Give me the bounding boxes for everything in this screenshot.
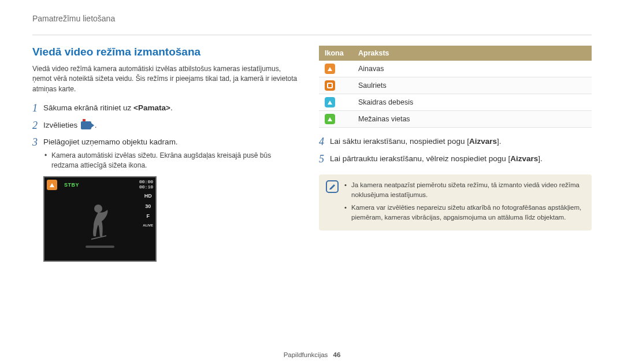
- forest-icon: [325, 114, 335, 124]
- table-row: Saulriets: [319, 77, 592, 94]
- landscape-icon: [47, 180, 57, 190]
- step-item: 4 Lai sāktu ierakstīšanu, nospiediet pog…: [319, 136, 592, 148]
- step-sub-list: Kamera automātiski izvēlas sižetu. Ekrān…: [43, 151, 298, 171]
- icon-label: Saulriets: [352, 77, 592, 94]
- step-number: 4: [319, 136, 324, 148]
- note-item: Ja kamera neatpazīst piemērotu sižeta re…: [344, 180, 585, 200]
- camera-screenshot: STBY 00:00 00:10 HD 30 F ALIVE: [43, 176, 157, 262]
- icon-label: Skaidras debesis: [352, 94, 592, 111]
- right-column: Ikona Apraksts Ainavas Saulriets: [319, 46, 592, 266]
- col-icon: Ikona: [319, 46, 352, 61]
- bold-fragment: Aizvars: [469, 137, 497, 146]
- step-text: Lai pārtrauktu ierakstīšanu, vēlreiz nos…: [330, 153, 543, 165]
- step-item: 1 Sākuma ekrānā ritiniet uz <Pamata>.: [32, 102, 298, 115]
- step-sub-item: Kamera automātiski izvēlas sižetu. Ekrān…: [43, 151, 298, 171]
- bold-fragment: <Pamata>: [133, 103, 170, 112]
- footer-section: Papildfunkcijas: [284, 351, 328, 358]
- clear-sky-icon: [325, 97, 335, 107]
- divider: [32, 35, 592, 35]
- step-number: 2: [32, 120, 38, 132]
- step-item: 2 Izvēlieties .: [32, 120, 298, 132]
- steps-list-right: 4 Lai sāktu ierakstīšanu, nospiediet pog…: [319, 136, 592, 165]
- svg-rect-1: [86, 246, 114, 248]
- screenshot-topbar: STBY: [47, 180, 79, 190]
- landscape-icon: [325, 64, 335, 74]
- intro-paragraph: Viedā video režīmā kamera automātiski iz…: [32, 64, 298, 94]
- page-footer: Papildfunkcijas 46: [0, 351, 624, 358]
- table-header-row: Ikona Apraksts: [319, 46, 592, 61]
- recording-time: 00:00 00:10: [139, 180, 153, 190]
- step-item: 5 Lai pārtrauktu ierakstīšanu, vēlreiz n…: [319, 153, 592, 166]
- col-description: Apraksts: [352, 46, 592, 61]
- bold-fragment: Aizvars: [510, 154, 538, 163]
- step-number: 3: [32, 136, 38, 149]
- figure-skater-silhouette: [80, 200, 120, 252]
- alive-icon: ALIVE: [143, 223, 153, 228]
- note-list: Ja kamera neatpazīst piemērotu sižeta re…: [344, 180, 585, 225]
- fps-icon: 30: [145, 203, 151, 211]
- step-text: Sākuma ekrānā ritiniet uz <Pamata>.: [43, 102, 173, 114]
- sunset-icon: [325, 80, 335, 91]
- svg-point-0: [94, 205, 102, 213]
- left-column: Viedā video režīma izmantošana Viedā vid…: [32, 46, 298, 266]
- table-row: Skaidras debesis: [319, 94, 592, 111]
- running-header: Pamatrežīmu lietošana: [32, 14, 592, 23]
- stby-indicator: STBY: [64, 181, 79, 190]
- icon-description-table: Ikona Apraksts Ainavas Saulriets: [319, 46, 592, 128]
- note-box: Ja kamera neatpazīst piemērotu sižeta re…: [319, 174, 592, 231]
- two-column-layout: Viedā video režīma izmantošana Viedā vid…: [32, 46, 592, 266]
- icon-label: Mežainas vietas: [352, 111, 592, 128]
- note-icon: [326, 180, 339, 193]
- step-text: Pielāgojiet uzņemamo objektu kadram. Kam…: [43, 136, 298, 262]
- step-item: 3 Pielāgojiet uzņemamo objektu kadram. K…: [32, 136, 298, 262]
- steps-list-left: 1 Sākuma ekrānā ritiniet uz <Pamata>. 2 …: [32, 102, 298, 262]
- f-icon: F: [146, 213, 150, 221]
- step-number: 1: [32, 102, 38, 115]
- document-page: Pamatrežīmu lietošana Viedā video režīma…: [0, 0, 624, 364]
- table-row: Mežainas vietas: [319, 111, 592, 128]
- step-number: 5: [319, 153, 324, 166]
- step-text: Lai sāktu ierakstīšanu, nospiediet pogu …: [330, 136, 501, 147]
- note-item: Kamera var izvēlēties nepareizu sižetu a…: [344, 203, 585, 223]
- icon-label: Ainavas: [352, 61, 592, 77]
- smart-video-mode-icon: [81, 121, 91, 129]
- screenshot-right-indicators: HD 30 F ALIVE: [143, 192, 153, 228]
- footer-page-number: 46: [333, 351, 341, 358]
- table-row: Ainavas: [319, 61, 592, 77]
- section-title: Viedā video režīma izmantošana: [32, 46, 298, 58]
- step-text: Izvēlieties .: [43, 120, 97, 131]
- hd-icon: HD: [144, 192, 152, 200]
